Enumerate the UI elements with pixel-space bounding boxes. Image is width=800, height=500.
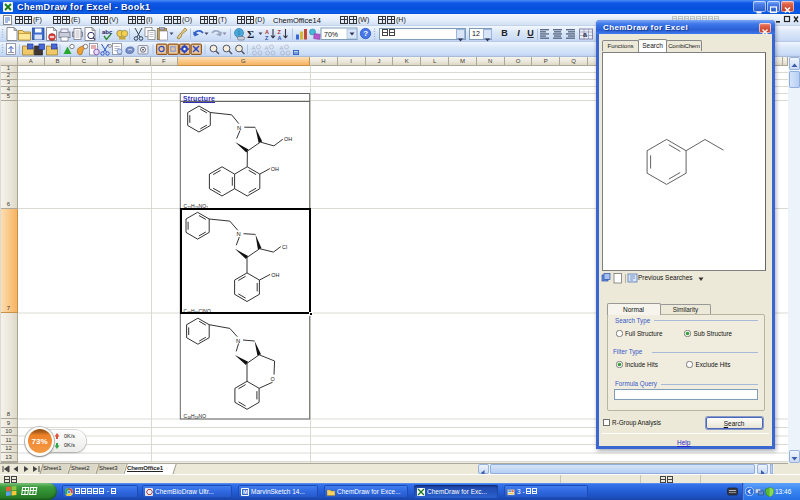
svg-text:O: O	[271, 376, 275, 382]
svg-text:N: N	[237, 231, 241, 237]
svg-text:OH: OH	[271, 272, 279, 278]
svg-text:OH: OH	[271, 166, 279, 172]
svg-text:N: N	[236, 338, 240, 344]
svg-text:Cl: Cl	[282, 244, 287, 250]
svg-text:N: N	[237, 125, 241, 131]
svg-text:OH: OH	[284, 136, 292, 142]
